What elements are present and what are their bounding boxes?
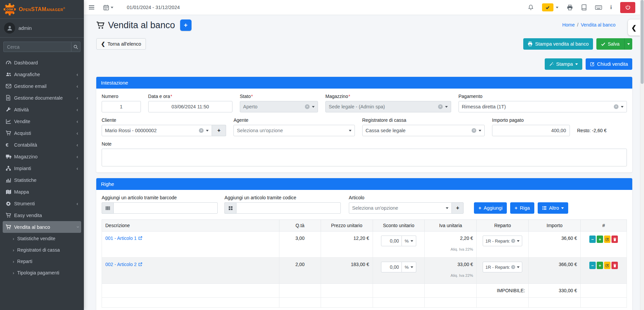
clear-selection-icon[interactable]: × (438, 104, 443, 109)
reparto-select[interactable]: 1R - Reparto 1... × (483, 236, 522, 246)
registratore-select[interactable]: Cassa sede legale × (362, 125, 485, 136)
edit-row-button[interactable] (604, 262, 610, 269)
delete-row-button[interactable] (611, 236, 618, 243)
data-ora-input[interactable] (148, 101, 232, 112)
sidebar-subitem-registratori-di-cassa[interactable]: › Registratori di cassa (3, 244, 81, 256)
logout-power-button[interactable] (620, 2, 635, 13)
sidebar-item-acquisti[interactable]: Acquisti ‹ (3, 127, 81, 139)
page-scrollbar[interactable] (640, 0, 644, 310)
notifications-bell-icon[interactable] (528, 4, 534, 11)
brand[interactable]: OSM OpenSTAManager® (0, 0, 84, 19)
clear-selection-icon[interactable]: × (199, 128, 204, 133)
chevron-left-icon: ‹ (76, 131, 78, 136)
increase-qty-button[interactable]: + (597, 262, 603, 269)
reparto-select[interactable]: 1R - Reparto 1... × (483, 262, 522, 272)
articolo-link[interactable]: 001 - Articolo 1 (105, 236, 142, 241)
articolo-select[interactable]: Seleziona un'opzione (349, 202, 452, 214)
clear-selection-icon[interactable]: × (511, 239, 515, 243)
decrease-qty-button[interactable]: − (589, 236, 596, 243)
cliente-label: Cliente (102, 117, 226, 123)
sidebar-item-statistiche[interactable]: Statistiche (3, 174, 81, 186)
back-to-list-button[interactable]: ❮ Torna all'elenco (96, 38, 146, 50)
add-articolo-button[interactable]: + (452, 202, 464, 214)
sconto-input[interactable] (381, 262, 402, 272)
codice-input[interactable] (236, 202, 340, 214)
barcode-label: Aggiungi un articolo tramite barcode (102, 195, 218, 200)
magazzino-label: Magazzino (325, 94, 348, 99)
search-input[interactable] (3, 42, 71, 52)
sidebar-item-contabilita[interactable]: € Contabilità ‹ (3, 139, 81, 151)
sidebar-item-strumenti[interactable]: Strumenti ‹ (3, 198, 81, 209)
save-button[interactable]: Salva (596, 38, 624, 50)
sidebar-item-attivita[interactable]: Attività ‹ (3, 104, 81, 115)
clear-selection-icon[interactable]: × (472, 128, 476, 133)
sidebar-item-gestione-email[interactable]: Gestione email ‹ (3, 80, 81, 92)
sidebar-subitem-reparti[interactable]: › Reparti (3, 256, 81, 267)
intestazione-header: Intestazione (96, 77, 632, 89)
magazzino-select[interactable]: Sede legale - (Admin spa) × (325, 101, 451, 112)
caret-down-icon (621, 106, 624, 108)
importo-pagato-input[interactable] (492, 125, 570, 136)
book-icon[interactable] (581, 4, 587, 10)
clear-selection-icon[interactable]: × (305, 104, 310, 109)
breadcrumb-home-link[interactable]: Home (562, 22, 575, 28)
sidebar-item-vendite[interactable]: Vendite ‹ (3, 115, 81, 127)
sidebar-item-magazzino[interactable]: Magazzino ‹ (3, 151, 81, 162)
sidebar-item-impianti[interactable]: Impianti ‹ (3, 162, 81, 174)
date-range-picker[interactable] (103, 5, 113, 10)
note-textarea[interactable] (102, 149, 627, 166)
pagamento-select[interactable]: Rimessa diretta (1T) × (459, 101, 627, 112)
delete-row-button[interactable] (611, 262, 618, 269)
add-record-button[interactable]: + (180, 19, 192, 31)
row-actions: − + (584, 262, 623, 269)
sidebar-item-easy-vendita[interactable]: Easy vendita (3, 209, 81, 221)
barcode-input[interactable] (113, 202, 218, 214)
date-range-text[interactable]: 01/01/2024 - 31/12/2024 (127, 5, 180, 10)
add-cliente-button[interactable]: + (212, 125, 226, 136)
caret-down-icon[interactable] (556, 7, 558, 8)
map-icon (6, 189, 14, 195)
print-dropdown-button[interactable]: Stampa (545, 58, 582, 70)
agente-select[interactable]: Seleziona un'opzione (233, 125, 355, 136)
search-button[interactable] (71, 42, 80, 52)
cliente-select[interactable]: Mario Rossi - 00000002 × (102, 125, 212, 136)
close-sale-button[interactable]: Chiudi vendita (586, 58, 632, 70)
keyboard-icon[interactable] (595, 5, 602, 10)
aliquota-text: Aliq. Iva 22% (428, 273, 473, 277)
intestazione-card: Intestazione Numero Data e ora* Stato* A… (96, 77, 632, 172)
righe-header: Righe (96, 178, 632, 190)
aggiungi-button[interactable]: + Aggiungi (474, 202, 507, 214)
sidebar-item-gestione-documentale[interactable]: Gestione documentale ‹ (3, 92, 81, 104)
info-icon[interactable]: i (610, 4, 612, 10)
numero-input[interactable] (102, 101, 141, 112)
increase-qty-button[interactable]: + (597, 236, 603, 243)
save-options-caret[interactable] (624, 38, 632, 50)
sconto-type-select[interactable]: % (402, 262, 416, 272)
sidebar-subitem-tipologia-pagamenti[interactable]: › Tipologia pagamenti (3, 267, 81, 278)
sidebar-item-mappa[interactable]: Mappa (3, 186, 81, 198)
collapse-panel-toggle[interactable]: ❮ (628, 19, 640, 36)
scrollbar-thumb[interactable] (641, 0, 644, 84)
articolo-link[interactable]: 002 - Articolo 2 (105, 262, 142, 267)
riga-button[interactable]: + Riga (510, 202, 534, 214)
status-check-badge-button[interactable] (542, 3, 553, 11)
sidebar-item-vendita-al-banco[interactable]: Vendita al banco ‹ (3, 221, 81, 233)
sconto-type-select[interactable]: % (402, 236, 416, 246)
edit-row-button[interactable] (604, 236, 610, 243)
cart-icon (6, 224, 14, 230)
sidebar-toggle-hamburger-icon[interactable] (89, 5, 95, 10)
printer-icon[interactable] (567, 5, 573, 10)
decrease-qty-button[interactable]: − (589, 262, 596, 269)
clear-selection-icon[interactable]: × (511, 265, 515, 269)
print-sale-button[interactable]: Stampa vendita al banco (523, 38, 593, 50)
sidebar-subitem-statistiche-vendite[interactable]: › Statistiche vendite (3, 233, 81, 244)
clear-selection-icon[interactable]: × (614, 104, 619, 109)
sconto-input[interactable] (381, 236, 402, 246)
sidebar-item-dashboard[interactable]: Dashboard (3, 57, 81, 68)
breadcrumb-current-link[interactable]: Vendita al banco (581, 22, 615, 28)
user-panel[interactable]: admin (0, 19, 84, 38)
chevron-right-icon: › (13, 270, 14, 275)
sidebar-item-anagrafiche[interactable]: Anagrafiche ‹ (3, 68, 81, 80)
stato-select[interactable]: Aperto × (240, 101, 318, 112)
altro-dropdown-button[interactable]: Altro (538, 202, 569, 214)
